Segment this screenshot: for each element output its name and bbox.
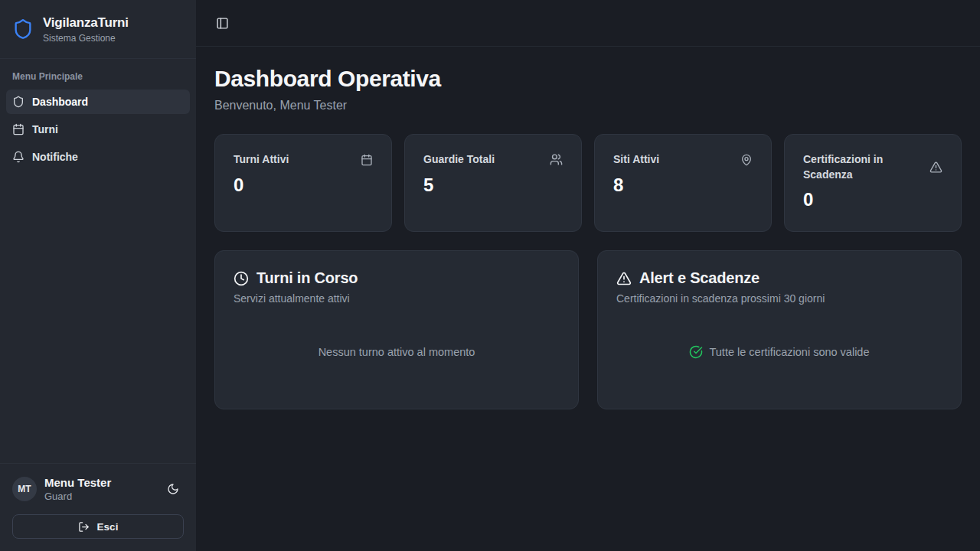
sidebar-item-dashboard[interactable]: Dashboard bbox=[6, 90, 190, 114]
stat-card-siti-attivi: Siti Attivi 8 bbox=[594, 134, 772, 232]
sidebar-item-label: Turni bbox=[32, 123, 58, 135]
app-identity: VigilanzaTurni Sistema Gestione bbox=[43, 15, 129, 44]
sidebar-item-label: Dashboard bbox=[32, 96, 88, 108]
clock-icon bbox=[234, 271, 249, 286]
stat-label: Certificazioni in Scadenza bbox=[803, 152, 920, 182]
logout-label: Esci bbox=[97, 521, 119, 533]
stat-label: Guardie Totali bbox=[423, 152, 495, 168]
sidebar-nav: Menu Principale Dashboard Turni Notifich… bbox=[0, 59, 196, 184]
stat-label: Siti Attivi bbox=[613, 152, 659, 168]
stat-value: 8 bbox=[613, 174, 753, 196]
log-out-icon bbox=[78, 521, 90, 533]
topbar bbox=[196, 0, 980, 47]
triangle-alert-icon bbox=[616, 271, 632, 286]
bell-icon bbox=[12, 151, 24, 163]
panel-subtitle: Servizi attualmente attivi bbox=[234, 292, 560, 305]
sidebar-item-notifiche[interactable]: Notifiche bbox=[6, 145, 190, 169]
user-name: Menu Tester bbox=[44, 476, 155, 489]
avatar: MT bbox=[12, 477, 37, 501]
shield-icon bbox=[12, 96, 24, 108]
welcome-text: Benvenuto, Menu Tester bbox=[214, 99, 962, 112]
panel-alert-scadenze: Alert e Scadenze Certificazioni in scade… bbox=[597, 250, 962, 409]
stat-label: Turni Attivi bbox=[234, 152, 289, 168]
stat-value: 0 bbox=[803, 189, 942, 210]
nav-section-label: Menu Principale bbox=[6, 71, 190, 82]
empty-state: Nessun turno attivo al momento bbox=[234, 305, 560, 390]
stat-card-turni-attivi: Turni Attivi 0 bbox=[214, 134, 392, 232]
stat-card-certificazioni: Certificazioni in Scadenza 0 bbox=[784, 134, 962, 232]
calendar-icon bbox=[12, 123, 24, 135]
sidebar: VigilanzaTurni Sistema Gestione Menu Pri… bbox=[0, 0, 196, 551]
user-row: MT Menu Tester Guard bbox=[12, 476, 184, 502]
panels-grid: Turni in Corso Servizi attualmente attiv… bbox=[214, 250, 962, 409]
stats-grid: Turni Attivi 0 Guardie Totali 5 bbox=[214, 134, 962, 232]
shield-logo-icon bbox=[12, 18, 34, 40]
sidebar-header: VigilanzaTurni Sistema Gestione bbox=[0, 0, 196, 59]
stat-value: 5 bbox=[423, 174, 563, 196]
main-area: Dashboard Operativa Benvenuto, Menu Test… bbox=[196, 0, 980, 551]
panel-left-icon bbox=[216, 17, 229, 30]
check-circle-icon bbox=[689, 345, 703, 359]
logout-button[interactable]: Esci bbox=[12, 514, 184, 539]
app-subtitle: Sistema Gestione bbox=[43, 33, 129, 44]
empty-state-text: Nessun turno attivo al momento bbox=[318, 346, 475, 358]
sidebar-item-turni[interactable]: Turni bbox=[6, 117, 190, 142]
sidebar-toggle-button[interactable] bbox=[213, 14, 231, 32]
page-title: Dashboard Operativa bbox=[214, 66, 962, 92]
panel-turni-in-corso: Turni in Corso Servizi attualmente attiv… bbox=[214, 250, 579, 409]
panel-title: Alert e Scadenze bbox=[639, 269, 760, 287]
empty-state: Tutte le certificazioni sono valide bbox=[616, 305, 942, 390]
user-role: Guard bbox=[44, 491, 155, 502]
theme-toggle-button[interactable] bbox=[162, 478, 184, 500]
map-pin-icon bbox=[740, 154, 753, 166]
sidebar-footer: MT Menu Tester Guard Esci bbox=[0, 463, 196, 551]
stat-card-guardie-totali: Guardie Totali 5 bbox=[404, 134, 582, 232]
users-icon bbox=[550, 153, 563, 166]
stat-value: 0 bbox=[234, 174, 373, 196]
empty-state-text: Tutte le certificazioni sono valide bbox=[709, 346, 869, 358]
panel-title: Turni in Corso bbox=[256, 269, 358, 287]
calendar-icon bbox=[361, 154, 373, 166]
app-title: VigilanzaTurni bbox=[43, 15, 129, 31]
user-meta: Menu Tester Guard bbox=[44, 476, 155, 502]
moon-icon bbox=[167, 483, 179, 495]
panel-subtitle: Certificazioni in scadenza prossimi 30 g… bbox=[616, 292, 942, 305]
content: Dashboard Operativa Benvenuto, Menu Test… bbox=[196, 47, 980, 551]
sidebar-item-label: Notifiche bbox=[32, 151, 78, 163]
triangle-alert-icon bbox=[929, 161, 942, 174]
